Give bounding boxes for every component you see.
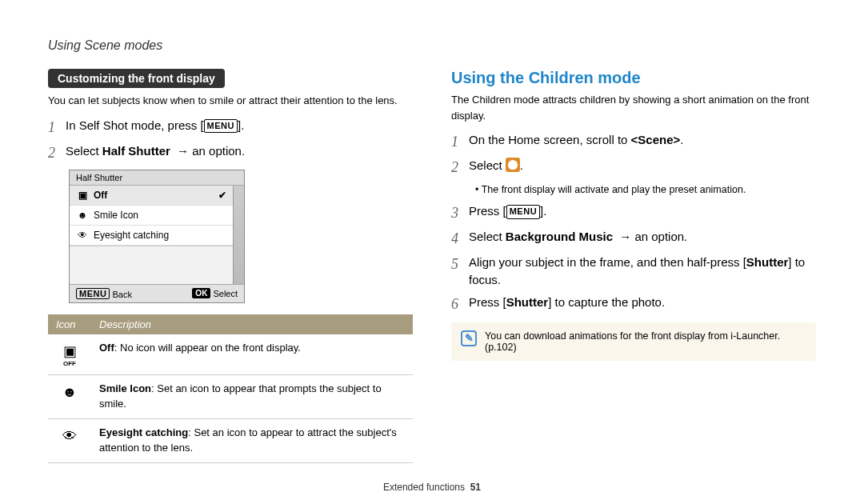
note-box: ✎ You can download animations for the fr… [451,322,816,361]
eye-icon: 👁 [48,419,91,463]
step-text: Press [Shutter] to capture the photo. [469,294,816,311]
menu-option-label: Off [94,190,107,201]
menu-icon: MENU [76,288,110,299]
text: In Self Shot mode, press [ [66,118,204,132]
cell-description: Eyesight catching: Set an icon to appear… [91,419,413,463]
menu-blank-area [70,246,233,284]
step-number: 2 [48,142,66,163]
footer-back-label: Back [112,290,131,299]
page-header: Using Scene modes [48,38,816,53]
menu-option-smile: ☻ Smile Icon [70,206,233,226]
smile-icon: ☻ [76,210,89,221]
ok-icon: OK [192,288,210,298]
step-text: In Self Shot mode, press [MENU]. [66,117,413,134]
step-text: Align your subject in the frame, and the… [469,254,816,289]
menu-title: Half Shutter [70,170,244,186]
menu-icon: MENU [506,205,540,219]
steps-left: 1 In Self Shot mode, press [MENU]. 2 Sel… [48,117,413,163]
smile-icon: ☻ [48,375,91,419]
step-number: 4 [451,228,469,249]
step-number: 6 [451,294,469,314]
camera-menu-screenshot: Half Shutter ▣ Off ☻ Smile Icon 👁 Eyesig… [69,170,245,303]
section-intro: You can let subjects know when to smile … [48,93,413,109]
eye-icon: 👁 [76,230,89,241]
off-icon: ▣ [76,190,89,201]
th-description: Description [91,314,413,334]
info-icon: ✎ [461,330,477,346]
section-pill: Customizing the front display [48,69,225,88]
page-footer: Extended functions 51 [0,482,864,493]
menu-footer: MENU Back OK Select [70,284,244,302]
icon-description-table: Icon Description ▣OFF Off: No icon will … [48,314,413,463]
footer-section: Extended functions [383,482,465,493]
text-bold: Half Shutter [102,144,170,158]
menu-option-off: ▣ Off [70,186,233,206]
step-number: 3 [451,202,469,223]
text: ]. [238,118,244,132]
step-number: 2 [451,157,469,178]
steps-right-cont: 3 Press [MENU]. 4 Select Background Musi… [451,202,816,314]
menu-option-label: Smile Icon [94,210,138,221]
menu-option-label: Eyesight catching [94,230,169,241]
menu-scrollbar [233,186,244,284]
note-text: You can download animations for the fron… [485,330,806,353]
off-icon: ▣OFF [48,334,91,375]
step-number: 5 [451,254,469,274]
step-text: Select . [469,157,816,174]
cell-description: Smile Icon: Set an icon to appear that p… [91,375,413,419]
step-text: On the Home screen, scroll to <Scene>. [469,131,816,149]
menu-icon: MENU [204,119,238,134]
children-mode-icon [506,158,520,172]
sub-bullet: The front display will activate and play… [475,182,816,198]
table-row: 👁 Eyesight catching: Set an icon to appe… [48,419,413,463]
two-column-layout: Customizing the front display You can le… [48,69,816,463]
cell-description: Off: No icon will appear on the front di… [91,334,413,375]
table-row: ☻ Smile Icon: Set an icon to appear that… [48,375,413,419]
text: → an option. [174,144,245,158]
step-number: 1 [451,131,469,152]
menu-option-eyesight: 👁 Eyesight catching [70,226,233,246]
th-icon: Icon [48,314,91,334]
text: Select [66,144,102,158]
right-column: Using the Children mode The Children mod… [451,69,816,463]
footer-select-label: Select [213,289,238,298]
step-text: Press [MENU]. [469,202,816,220]
table-row: ▣OFF Off: No icon will appear on the fro… [48,334,413,375]
section-heading: Using the Children mode [451,69,816,87]
section-intro: The Children mode attracts children by s… [451,92,816,123]
step-text: Select Half Shutter → an option. [66,142,413,160]
step-text: Select Background Music → an option. [469,228,816,246]
step-number: 1 [48,117,66,138]
page-number: 51 [470,482,481,493]
steps-right: 1 On the Home screen, scroll to <Scene>.… [451,131,816,178]
left-column: Customizing the front display You can le… [48,69,413,463]
